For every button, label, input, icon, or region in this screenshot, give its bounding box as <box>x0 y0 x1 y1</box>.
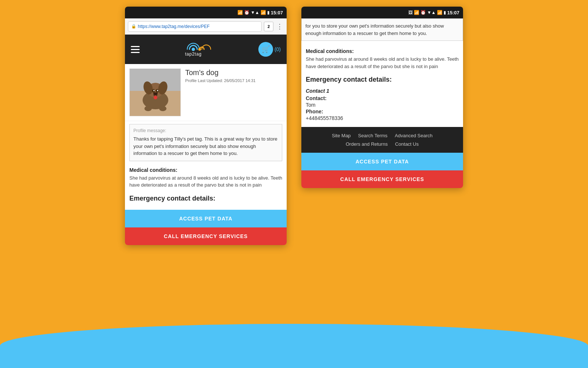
footer-link-advanced-search[interactable]: Advanced Search <box>395 133 433 138</box>
browser-bar: 🔒 https://www.tap2tag.me/devices/PEF 2 ⋮ <box>125 18 287 35</box>
browser-menu-icon[interactable]: ⋮ <box>276 22 284 31</box>
hamburger-line-3 <box>131 52 140 53</box>
tap2tag-logo: tap2tag <box>177 40 221 59</box>
access-pet-data-button-1[interactable]: ACCESS PET DATA <box>125 210 287 227</box>
svg-point-12 <box>154 90 155 91</box>
status-time-1: 15:07 <box>271 10 283 15</box>
basket-count: (0) <box>275 46 281 52</box>
pet-name: Tom's dog <box>185 68 282 77</box>
profile-message-box: Profile message: Thanks for tapping Till… <box>129 124 282 161</box>
footer-link-contact[interactable]: Contact Us <box>395 141 419 147</box>
contact-1-label: Contact 1 <box>306 88 459 94</box>
footer-link-search-terms[interactable]: Search Terms <box>358 133 387 138</box>
phone-field-row: Phone: <box>306 109 459 114</box>
app-header-1: tap2tag 🛒 (0) <box>125 35 287 64</box>
contact-field-row: Contact: <box>306 95 459 101</box>
svg-point-15 <box>154 96 157 99</box>
phone-1: 📶 ⏰ ▼▲ 📶 ▮ 15:07 🔒 https://www.tap2tag.m… <box>125 7 287 245</box>
dog-image <box>130 69 181 116</box>
contact-field-label: Contact: <box>306 95 327 101</box>
status-icons-1: 📶 ⏰ ▼▲ 📶 ▮ 15:07 <box>237 10 283 15</box>
phone-2: 🖼 📶 ⏰ ▼▲ 📶 ▮ 15:07 for you to store your… <box>301 7 463 188</box>
nfc-icon: 📶 <box>237 10 243 15</box>
medical-text-1: She had parvovirus at around 8 weeks old… <box>129 174 282 189</box>
footer-row-2: Orders and Returns Contact Us <box>346 141 419 147</box>
emergency-section-2: Emergency contact details: Contact 1 Con… <box>301 73 463 127</box>
image-icon: 🖼 <box>408 10 413 15</box>
svg-point-17 <box>159 106 166 111</box>
status-icons-2: 🖼 📶 ⏰ ▼▲ 📶 ▮ 15:07 <box>408 10 459 15</box>
wifi-icon: 📶 <box>261 10 266 15</box>
svg-point-13 <box>157 90 158 91</box>
status-bar-2: 🖼 📶 ⏰ ▼▲ 📶 ▮ 15:07 <box>301 7 463 18</box>
profile-message-text: Thanks for tapping Tilly's pet tag. This… <box>133 135 278 157</box>
status-time-2: 15:07 <box>447 10 459 15</box>
emergency-title-2: Emergency contact details: <box>306 76 459 84</box>
medical-title-2: Medical conditions: <box>306 48 459 54</box>
phone2-scroll-text: for you to store your own pet's informat… <box>305 22 459 37</box>
footer-link-orders[interactable]: Orders and Returns <box>346 141 388 147</box>
phone2-content: for you to store your own pet's informat… <box>301 18 463 153</box>
alarm-icon-2: ⏰ <box>420 10 426 15</box>
emergency-title-1: Emergency contact details: <box>129 195 282 202</box>
contact-value: Tom <box>306 102 315 108</box>
contact-block-1: Contact 1 Contact: Tom Phone: +448455578… <box>306 88 459 121</box>
lock-icon: 🔒 <box>131 24 136 29</box>
svg-text:tap2tag: tap2tag <box>185 52 202 57</box>
emergency-section-1: Emergency contact details: <box>125 192 287 210</box>
wifi-icon-2: 📶 <box>437 10 442 15</box>
svg-point-0 <box>192 48 195 51</box>
contact-value-row: Tom <box>306 102 459 108</box>
battery-icon-2: ▮ <box>444 10 446 15</box>
phone2-scroll-text-box: for you to store your own pet's informat… <box>301 18 463 41</box>
tab-button[interactable]: 2 <box>264 22 273 31</box>
logo-area: tap2tag <box>177 40 221 59</box>
profile-message-label: Profile message: <box>133 128 278 133</box>
basket-icon: 🛒 <box>258 42 273 57</box>
url-text: https://www.tap2tag.me/devices/PEF <box>138 24 209 29</box>
phones-wrapper: 📶 ⏰ ▼▲ 📶 ▮ 15:07 🔒 https://www.tap2tag.m… <box>0 0 588 368</box>
call-emergency-button-2[interactable]: CALL EMERGENCY SERVICES <box>301 170 463 188</box>
phone-field-label: Phone: <box>306 109 323 114</box>
phone1-content: Tom's dog Profile Last Updated: 26/05/20… <box>125 64 287 210</box>
svg-point-14 <box>153 92 158 95</box>
basket-area[interactable]: 🛒 (0) <box>258 42 281 57</box>
status-bar-1: 📶 ⏰ ▼▲ 📶 ▮ 15:07 <box>125 7 287 18</box>
access-pet-data-button-2[interactable]: ACCESS PET DATA <box>301 153 463 170</box>
battery-icon: ▮ <box>267 10 270 15</box>
svg-point-1 <box>198 48 201 51</box>
signal-icon: ▼▲ <box>251 10 259 15</box>
pet-info: Tom's dog Profile Last Updated: 26/05/20… <box>185 68 282 83</box>
medical-title-1: Medical conditions: <box>129 167 282 173</box>
medical-text-2: She had parvovirus at around 8 weeks old… <box>306 56 459 70</box>
hamburger-line-2 <box>131 49 140 50</box>
url-box[interactable]: 🔒 https://www.tap2tag.me/devices/PEF <box>128 21 262 32</box>
pet-photo <box>129 68 181 116</box>
medical-section-2: Medical conditions: She had parvovirus a… <box>301 45 463 73</box>
signal-icon-2: ▼▲ <box>427 10 436 15</box>
pet-last-updated: Profile Last Updated: 26/05/2017 14:31 <box>185 78 282 83</box>
svg-point-16 <box>144 106 152 111</box>
nfc-icon-2: 📶 <box>414 10 419 15</box>
footer-links: Site Map Search Terms Advanced Search Or… <box>301 127 463 153</box>
phone-value-row: +448455578336 <box>306 115 459 121</box>
call-emergency-button-1[interactable]: CALL EMERGENCY SERVICES <box>125 227 287 245</box>
medical-section-1: Medical conditions: She had parvovirus a… <box>125 164 287 192</box>
alarm-icon: ⏰ <box>244 10 250 15</box>
hamburger-line-1 <box>131 46 140 47</box>
hamburger-menu[interactable] <box>131 46 140 53</box>
footer-row-1: Site Map Search Terms Advanced Search <box>332 133 433 138</box>
footer-link-sitemap[interactable]: Site Map <box>332 133 351 138</box>
pet-profile: Tom's dog Profile Last Updated: 26/05/20… <box>125 64 287 121</box>
phone-value: +448455578336 <box>306 115 343 121</box>
